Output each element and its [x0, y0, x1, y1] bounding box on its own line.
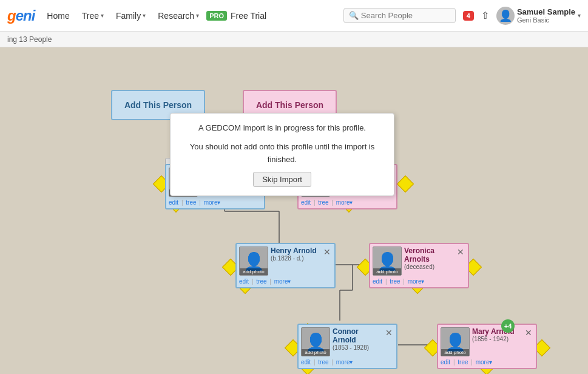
- user-menu-caret-icon: ▾: [578, 12, 581, 19]
- henry-close-button[interactable]: ✕: [322, 246, 332, 257]
- mary-links: edit | tree | more▾: [438, 358, 536, 367]
- veronica-dates: (deceased): [404, 264, 453, 270]
- john-tree-link[interactable]: tree: [186, 199, 196, 206]
- person-card-connor: 👤 add photo Connor Arnold (1853 - 1928) …: [297, 324, 397, 369]
- nav-research[interactable]: Research ▾: [153, 7, 204, 24]
- avatar: 👤: [496, 7, 515, 25]
- connor-photo[interactable]: 👤 add photo: [301, 327, 330, 356]
- navbar: geni Home Tree ▾ Family ▾ Research ▾ PRO…: [0, 0, 588, 32]
- connor-add-photo-label[interactable]: add photo: [302, 349, 329, 356]
- search-input[interactable]: [361, 11, 452, 20]
- mary-more-link[interactable]: more▾: [476, 359, 493, 365]
- mary-photo[interactable]: 👤 add photo: [441, 327, 470, 356]
- connor-tree-link[interactable]: tree: [318, 359, 328, 365]
- veronica-edit-link[interactable]: edit: [373, 278, 382, 285]
- veronica-photo[interactable]: 👤 add photo: [373, 246, 402, 276]
- veronica-more-link[interactable]: more▾: [408, 278, 425, 285]
- person-card-henry: 👤 add photo Henry Arnold (b.1828 - d.) ✕…: [235, 243, 336, 288]
- veronica-add-photo-label[interactable]: add photo: [373, 268, 401, 275]
- anna-tree-link[interactable]: tree: [318, 199, 328, 206]
- nav-home[interactable]: Home: [42, 7, 74, 24]
- anna-more-link[interactable]: more▾: [336, 199, 353, 206]
- john-more-link[interactable]: more▾: [204, 199, 221, 206]
- mary-close-button[interactable]: ✕: [524, 327, 533, 338]
- search-box: 🔍: [343, 8, 456, 23]
- mary-dates: (1856 - 1942): [472, 336, 521, 342]
- connor-more-link[interactable]: more▾: [336, 359, 353, 365]
- mary-add-photo-label[interactable]: add photo: [441, 349, 469, 356]
- connor-name[interactable]: Connor Arnold: [333, 327, 382, 344]
- connor-links: edit | tree | more▾: [299, 358, 396, 367]
- skip-import-button[interactable]: Skip Import: [253, 172, 311, 187]
- search-icon: 🔍: [349, 11, 359, 20]
- henry-links: edit | tree | more▾: [237, 277, 334, 287]
- henry-name[interactable]: Henry Arnold: [271, 246, 320, 255]
- henry-add-photo-label[interactable]: add photo: [240, 268, 268, 275]
- pro-badge: PRO: [206, 11, 227, 21]
- nav-tree[interactable]: Tree ▾: [77, 7, 109, 24]
- veronica-links: edit | tree | more▾: [370, 277, 468, 287]
- family-caret-icon: ▾: [143, 12, 146, 19]
- gedcom-line1: A GEDCOM import is in progress for this …: [180, 122, 384, 135]
- henry-dates: (b.1828 - d.): [271, 255, 320, 262]
- tree-caret-icon: ▾: [101, 12, 104, 19]
- john-links: edit | tree | more▾: [166, 198, 264, 208]
- logo[interactable]: geni: [7, 7, 35, 24]
- share-icon[interactable]: ⇧: [481, 10, 489, 21]
- connor-close-button[interactable]: ✕: [384, 327, 394, 338]
- tree-area: Add This Person Add This Person 📋 👤 add …: [0, 47, 588, 374]
- anna-edit-link[interactable]: edit: [301, 199, 311, 206]
- mary-edit-link[interactable]: edit: [441, 359, 450, 365]
- user-name: Samuel Sample: [517, 7, 575, 16]
- notifications-badge[interactable]: 4: [463, 11, 474, 21]
- plus-badge[interactable]: +4: [501, 319, 515, 333]
- henry-edit-link[interactable]: edit: [239, 278, 249, 285]
- person-card-veronica: 👤 add photo Veronica Arnolts (deceased) …: [369, 243, 469, 288]
- veronica-tree-link[interactable]: tree: [390, 278, 400, 285]
- subbar: ing 13 People: [0, 32, 588, 47]
- veronica-close-button[interactable]: ✕: [456, 246, 465, 257]
- connor-dates: (1853 - 1928): [333, 344, 382, 351]
- gedcom-line2: You should not add onto this profile unt…: [180, 141, 384, 166]
- john-edit-link[interactable]: edit: [169, 199, 178, 206]
- anna-links: edit | tree | more▾: [299, 198, 396, 208]
- user-sub: Geni Basic: [517, 16, 575, 24]
- nav-family[interactable]: Family ▾: [111, 7, 150, 24]
- research-caret-icon: ▾: [196, 12, 199, 19]
- free-trial-link[interactable]: Free Trial: [231, 11, 266, 21]
- henry-photo[interactable]: 👤 add photo: [239, 246, 268, 276]
- henry-more-link[interactable]: more▾: [274, 278, 291, 285]
- connor-edit-link[interactable]: edit: [301, 359, 311, 365]
- veronica-name[interactable]: Veronica Arnolts: [404, 246, 453, 264]
- subbar-text: ing 13 People: [7, 35, 52, 44]
- henry-tree-link[interactable]: tree: [256, 278, 266, 285]
- mary-tree-link[interactable]: tree: [458, 359, 468, 365]
- person-card-mary: 👤 add photo Mary Arnold (1856 - 1942) ✕ …: [437, 324, 537, 369]
- diamond-arrow-anna-right[interactable]: [397, 175, 414, 192]
- user-menu[interactable]: 👤 Samuel Sample Geni Basic ▾: [496, 7, 581, 25]
- gedcom-popup: A GEDCOM import is in progress for this …: [170, 113, 394, 196]
